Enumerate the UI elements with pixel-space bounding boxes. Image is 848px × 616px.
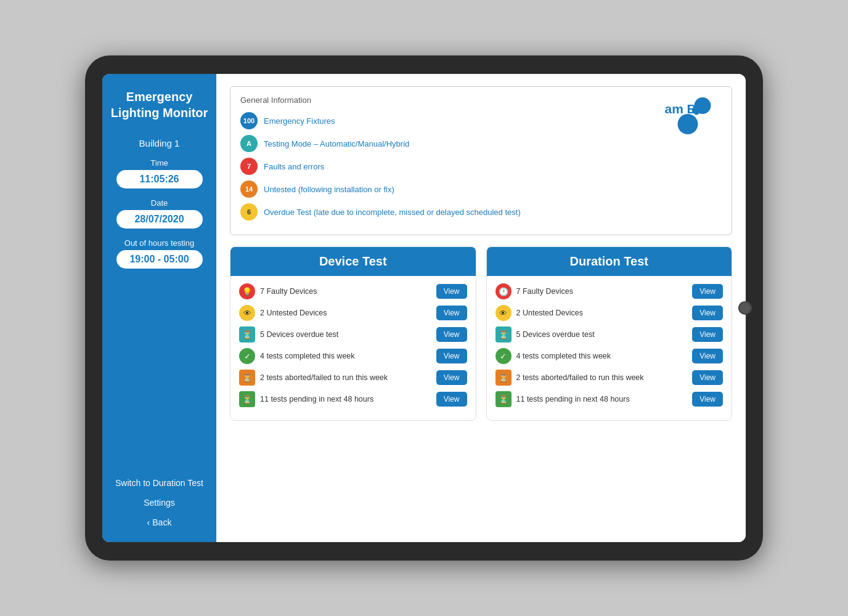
badge-fixtures: 100	[240, 112, 258, 129]
general-info-title: General Information	[240, 95, 642, 105]
test-panels: Device Test 💡 7 Faulty Devices View	[230, 246, 732, 421]
duration-test-header: Duration Test	[487, 247, 732, 276]
svg-text:am: am	[665, 102, 683, 116]
duration-overdue-view-btn[interactable]: View	[692, 327, 723, 342]
sidebar: Emergency Lighting Monitor Building 1 Ti…	[102, 74, 216, 542]
app-title: Emergency Lighting Monitor	[110, 89, 209, 121]
duration-untested-view-btn[interactable]: View	[692, 306, 723, 320]
device-row-overdue: ⏳ 5 Devices overdue test View	[239, 326, 467, 342]
date-label: Date	[151, 198, 168, 208]
badge-untested: 14	[240, 180, 258, 198]
back-label: Back	[152, 517, 171, 527]
building-name: Building 1	[139, 138, 180, 148]
duration-row-pending: ⏳ 11 tests pending in next 48 hours View	[495, 391, 724, 407]
device-pending-label: 11 tests pending in next 48 hours	[260, 395, 373, 403]
duration-row-faulty: 🕐 7 Faulty Devices View	[495, 283, 724, 299]
duration-completed-icon: ✓	[495, 348, 512, 364]
tablet-device: Emergency Lighting Monitor Building 1 Ti…	[85, 55, 763, 561]
duration-faulty-label: 7 Faulty Devices	[516, 287, 573, 296]
info-row-testing-mode: A Testing Mode – Automatic/Manual/Hybrid	[240, 135, 642, 152]
tablet-screen: Emergency Lighting Monitor Building 1 Ti…	[102, 74, 746, 542]
general-info-section: General Information 100 Emergency Fixtur…	[230, 86, 732, 235]
duration-aborted-icon: ⏳	[495, 370, 512, 386]
duration-aborted-view-btn[interactable]: View	[692, 370, 723, 385]
duration-overdue-label: 5 Devices overdue test	[516, 330, 595, 339]
duration-aborted-label: 2 tests aborted/failed to run this week	[516, 373, 644, 382]
device-aborted-icon: ⏳	[239, 370, 255, 386]
device-aborted-label: 2 tests aborted/failed to run this week	[260, 373, 388, 382]
logo-area: am BX	[654, 95, 722, 142]
duration-faulty-view-btn[interactable]: View	[692, 284, 723, 299]
device-untested-label: 2 Untested Devices	[260, 309, 327, 317]
back-button[interactable]: ‹ Back	[145, 513, 174, 532]
info-text-testing-mode: Testing Mode – Automatic/Manual/Hybrid	[264, 139, 409, 148]
duration-pending-icon: ⏳	[495, 391, 512, 407]
info-text-untested: Untested (following installation or fix)	[264, 185, 394, 194]
duration-row-aborted: ⏳ 2 tests aborted/failed to run this wee…	[495, 370, 724, 386]
time-label: Time	[150, 158, 168, 168]
info-row-untested: 14 Untested (following installation or f…	[240, 180, 642, 198]
ambx-logo: am BX	[660, 95, 716, 142]
duration-faulty-icon: 🕐	[495, 283, 512, 299]
device-row-untested: 👁 2 Untested Devices View	[239, 305, 467, 321]
date-value: 28/07/2020	[116, 210, 203, 229]
hours-value: 19:00 - 05:00	[116, 250, 203, 269]
device-completed-icon: ✓	[239, 348, 255, 364]
device-row-completed: ✓ 4 tests completed this week View	[239, 348, 467, 364]
duration-untested-label: 2 Untested Devices	[516, 309, 583, 317]
main-content: General Information 100 Emergency Fixtur…	[216, 74, 746, 542]
tablet-camera	[738, 301, 752, 315]
device-overdue-view-btn[interactable]: View	[436, 327, 467, 342]
device-pending-icon: ⏳	[239, 391, 255, 407]
time-value: 11:05:26	[116, 170, 203, 188]
settings-button[interactable]: Settings	[110, 493, 209, 513]
duration-test-body: 🕐 7 Faulty Devices View 👁 2 Untested Dev…	[487, 276, 732, 420]
info-text-faults: Faults and errors	[264, 162, 324, 171]
device-faulty-label: 7 Faulty Devices	[260, 287, 317, 296]
info-row-faults: 7 Faults and errors	[240, 158, 642, 175]
info-row-overdue: 6 Overdue Test (late due to incomplete, …	[240, 203, 642, 221]
device-test-panel: Device Test 💡 7 Faulty Devices View	[230, 246, 476, 421]
duration-completed-view-btn[interactable]: View	[692, 349, 723, 363]
device-untested-icon: 👁	[239, 305, 255, 321]
device-faulty-view-btn[interactable]: View	[436, 284, 467, 299]
info-row-fixtures: 100 Emergency Fixtures	[240, 112, 642, 129]
hours-label: Out of hours testing	[124, 238, 194, 248]
info-text-overdue: Overdue Test (late due to incomplete, mi…	[264, 208, 521, 217]
device-overdue-label: 5 Devices overdue test	[260, 330, 338, 339]
badge-testing-mode: A	[240, 135, 258, 152]
device-test-header: Device Test	[230, 247, 476, 276]
duration-row-completed: ✓ 4 tests completed this week View	[495, 348, 724, 364]
device-pending-view-btn[interactable]: View	[436, 392, 467, 407]
duration-test-panel: Duration Test 🕐 7 Faulty Devices View	[486, 246, 733, 421]
device-row-aborted: ⏳ 2 tests aborted/failed to run this wee…	[239, 370, 467, 386]
duration-row-untested: 👁 2 Untested Devices View	[495, 305, 724, 321]
duration-pending-label: 11 tests pending in next 48 hours	[516, 395, 630, 403]
device-row-faulty: 💡 7 Faulty Devices View	[239, 283, 467, 299]
badge-overdue: 6	[240, 203, 258, 221]
info-text-fixtures: Emergency Fixtures	[264, 116, 335, 126]
device-untested-view-btn[interactable]: View	[436, 306, 467, 320]
device-aborted-view-btn[interactable]: View	[436, 370, 467, 385]
device-completed-view-btn[interactable]: View	[436, 349, 467, 363]
device-completed-label: 4 tests completed this week	[260, 352, 355, 360]
switch-to-duration-button[interactable]: Switch to Duration Test	[110, 473, 209, 493]
duration-completed-label: 4 tests completed this week	[516, 352, 611, 360]
badge-faults: 7	[240, 158, 258, 175]
device-row-pending: ⏳ 11 tests pending in next 48 hours View	[239, 391, 467, 407]
duration-row-overdue: ⏳ 5 Devices overdue test View	[495, 326, 724, 342]
device-faulty-icon: 💡	[239, 283, 255, 299]
device-overdue-icon: ⏳	[239, 326, 255, 342]
duration-overdue-icon: ⏳	[495, 326, 512, 342]
svg-point-3	[678, 114, 698, 134]
duration-untested-icon: 👁	[495, 305, 512, 321]
device-test-body: 💡 7 Faulty Devices View 👁 2 Untested Dev…	[230, 276, 476, 420]
general-info-left: General Information 100 Emergency Fixtur…	[240, 95, 642, 226]
duration-pending-view-btn[interactable]: View	[692, 392, 723, 407]
back-chevron-icon: ‹	[147, 517, 150, 527]
